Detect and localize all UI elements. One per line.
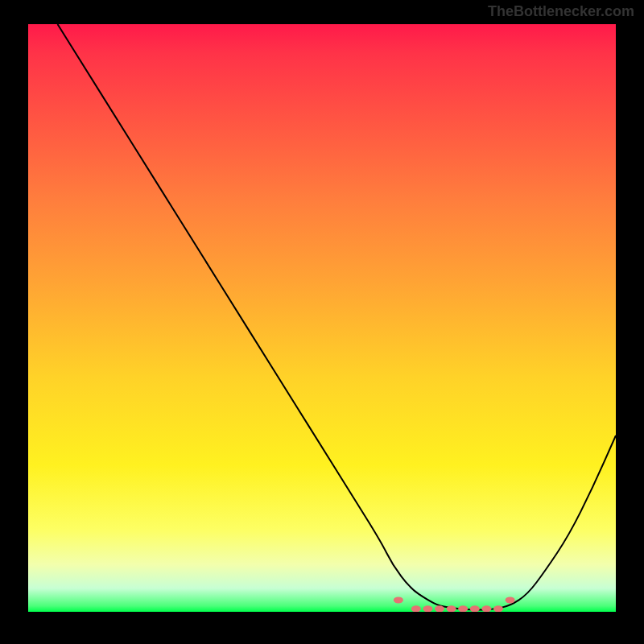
watermark-text: TheBottlenecker.com: [488, 3, 634, 20]
plot-area: [28, 24, 616, 612]
gradient-background: [28, 24, 616, 612]
